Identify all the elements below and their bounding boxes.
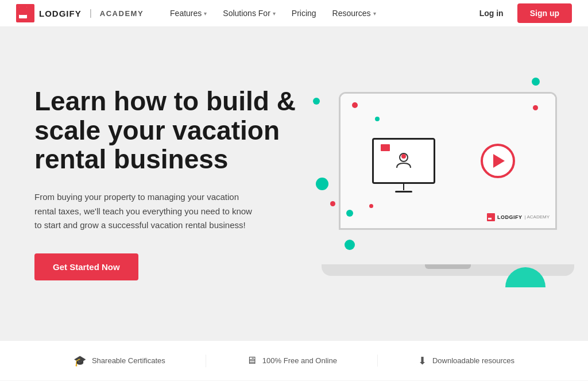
monitor-container	[372, 138, 435, 184]
online-icon: 🖥	[246, 355, 257, 367]
red-flag	[381, 144, 390, 151]
signup-button[interactable]: Sign up	[517, 3, 572, 23]
brand-name: LODGIFY	[39, 9, 82, 18]
nav-resources[interactable]: Resources ▾	[324, 0, 384, 27]
brand-academy: ACADEMY	[100, 9, 144, 18]
hero-title: Learn how to build & scale your vacation…	[34, 87, 310, 174]
footer-feature-online: 🖥 100% Free and Online	[206, 355, 378, 367]
lodgify-logo-icon	[16, 4, 34, 22]
nav-actions: Log in Sign up	[473, 3, 572, 23]
hero-illustration: LODGIFY | ACADEMY	[310, 63, 557, 305]
svg-rect-2	[19, 7, 27, 15]
badge-academy: | ACADEMY	[525, 214, 550, 220]
main-nav: Features ▾ Solutions For ▾ Pricing Resou…	[162, 0, 473, 27]
logo[interactable]: LODGIFY | ACADEMY	[16, 4, 144, 22]
screen-dot	[375, 117, 380, 121]
download-icon: ⬇	[418, 355, 427, 367]
laptop-notch	[425, 264, 471, 269]
hero-description: From buying your property to managing yo…	[34, 190, 253, 233]
svg-rect-7	[488, 214, 492, 218]
badge-logo-icon	[487, 213, 495, 221]
screen-dot	[346, 210, 353, 217]
svg-point-4	[401, 154, 406, 159]
play-button[interactable]	[481, 144, 515, 178]
screen-dot	[533, 105, 538, 110]
monitor-stand	[403, 183, 404, 190]
online-label: 100% Free and Online	[262, 356, 337, 365]
hero-content: Learn how to build & scale your vacation…	[34, 87, 310, 280]
decorative-dot	[532, 78, 540, 86]
laptop-screen-inner: LODGIFY | ACADEMY	[341, 94, 555, 228]
login-button[interactable]: Log in	[473, 5, 510, 21]
monitor-base	[395, 191, 412, 193]
badge-brand: LODGIFY	[497, 214, 523, 220]
monitor-icon	[372, 138, 435, 184]
screen-dot	[352, 102, 358, 108]
chevron-icon: ▾	[373, 10, 376, 17]
nav-pricing[interactable]: Pricing	[284, 0, 324, 27]
navbar: LODGIFY | ACADEMY Features ▾ Solutions F…	[0, 0, 588, 27]
chevron-icon: ▾	[204, 10, 207, 17]
person-icon	[393, 151, 414, 171]
nav-solutions[interactable]: Solutions For ▾	[215, 0, 283, 27]
hero-section: Learn how to build & scale your vacation…	[0, 27, 588, 340]
certificate-label: Shareable Certificates	[92, 356, 165, 365]
footer-feature-certificates: 🎓 Shareable Certificates	[33, 355, 206, 367]
laptop-illustration: LODGIFY | ACADEMY	[322, 92, 568, 276]
nav-features[interactable]: Features ▾	[162, 0, 215, 27]
decorative-dot	[345, 240, 355, 250]
get-started-button[interactable]: Get Started Now	[34, 253, 138, 280]
play-triangle-icon	[493, 154, 505, 168]
certificate-icon: 🎓	[74, 355, 86, 367]
logo-divider: |	[90, 8, 92, 18]
decorative-dot	[313, 98, 320, 105]
download-label: Downloadable resources	[432, 356, 514, 365]
laptop-screen: LODGIFY | ACADEMY	[339, 92, 557, 230]
lodgify-badge: LODGIFY | ACADEMY	[487, 213, 550, 221]
screen-dot	[369, 204, 373, 208]
footer-features-strip: 🎓 Shareable Certificates 🖥 100% Free and…	[0, 340, 588, 380]
footer-feature-download: ⬇ Downloadable resources	[378, 355, 555, 367]
chevron-icon: ▾	[273, 10, 276, 17]
